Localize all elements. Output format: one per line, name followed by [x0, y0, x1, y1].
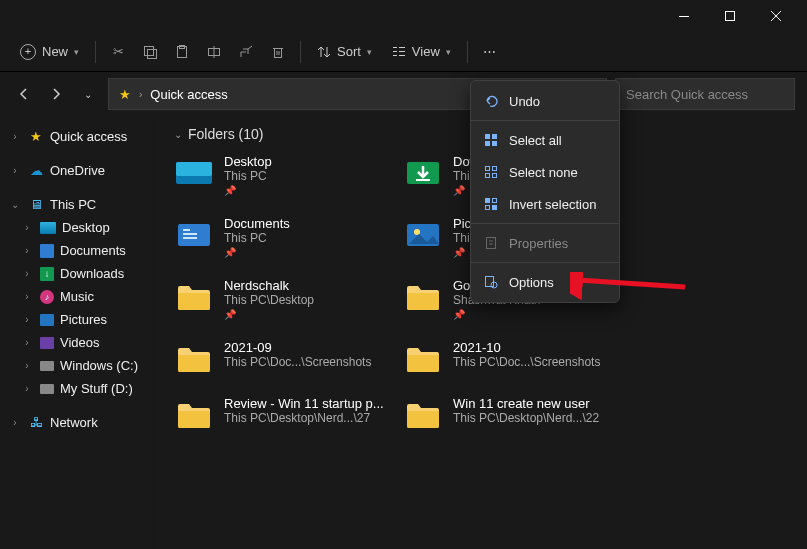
chevron-down-icon: ▾	[74, 47, 79, 57]
folder-path: This PC\Desktop\Nerd...\22	[453, 411, 628, 425]
new-button[interactable]: + New ▾	[12, 38, 87, 66]
view-icon	[392, 45, 406, 59]
sidebar-item-quick-access[interactable]: ›★Quick access	[0, 124, 159, 148]
music-icon: ♪	[40, 290, 54, 304]
share-icon[interactable]	[232, 38, 260, 66]
forward-button[interactable]	[44, 82, 68, 106]
sort-button[interactable]: Sort ▾	[309, 38, 380, 65]
star-icon: ★	[119, 87, 131, 102]
sidebar-label: This PC	[50, 197, 96, 212]
separator	[300, 41, 301, 63]
svg-rect-16	[393, 55, 397, 56]
minimize-button[interactable]	[661, 0, 707, 32]
menu-label: Select all	[509, 133, 562, 148]
menu-select-none[interactable]: Select none	[471, 156, 619, 188]
sidebar-label: Quick access	[50, 129, 127, 144]
svg-rect-0	[679, 16, 689, 17]
sidebar-item-mystuff-d[interactable]: ›My Stuff (D:)	[0, 377, 159, 400]
rename-icon[interactable]	[200, 38, 228, 66]
sidebar-label: Desktop	[62, 220, 110, 235]
sidebar-label: Windows (C:)	[60, 358, 138, 373]
cut-icon[interactable]: ✂	[104, 38, 132, 66]
folder-name: 2021-10	[453, 340, 628, 355]
search-input[interactable]: Search Quick access	[615, 78, 795, 110]
chevron-right-icon: ›	[20, 291, 34, 302]
folder-icon	[174, 216, 214, 252]
close-button[interactable]	[753, 0, 799, 32]
folder-name: Desktop	[224, 154, 399, 169]
sidebar-item-music[interactable]: ›♪Music	[0, 285, 159, 308]
svg-rect-31	[492, 134, 497, 139]
back-button[interactable]	[12, 82, 36, 106]
sort-label: Sort	[337, 44, 361, 59]
folder-item[interactable]: Win 11 create new userThis PC\Desktop\Ne…	[403, 396, 628, 432]
chevron-down-icon: ▾	[446, 47, 451, 57]
sort-icon	[317, 45, 331, 59]
recent-button[interactable]: ⌄	[76, 82, 100, 106]
location-text: Quick access	[150, 87, 227, 102]
svg-rect-41	[492, 205, 497, 210]
sidebar-label: Music	[60, 289, 94, 304]
chevron-right-icon: ›	[20, 245, 34, 256]
folder-path: This PC\Doc...\Screenshots	[453, 355, 628, 369]
chevron-right-icon: ›	[20, 360, 34, 371]
maximize-button[interactable]	[707, 0, 753, 32]
menu-undo[interactable]: Undo	[471, 85, 619, 117]
svg-rect-1	[726, 12, 735, 21]
copy-icon[interactable]	[136, 38, 164, 66]
folder-path: This PC	[224, 169, 399, 183]
more-button[interactable]: ⋯	[476, 38, 504, 66]
sidebar-item-network[interactable]: ›🖧Network	[0, 410, 159, 434]
star-icon: ★	[28, 128, 44, 144]
menu-invert-selection[interactable]: Invert selection	[471, 188, 619, 220]
folder-item[interactable]: 2021-10This PC\Doc...\Screenshots	[403, 340, 628, 376]
sidebar-item-onedrive[interactable]: ›☁OneDrive	[0, 158, 159, 182]
sidebar-label: My Stuff (D:)	[60, 381, 133, 396]
undo-icon	[483, 93, 499, 109]
sidebar-item-documents[interactable]: ›Documents	[0, 239, 159, 262]
view-label: View	[412, 44, 440, 59]
menu-divider	[471, 223, 619, 224]
menu-label: Properties	[509, 236, 568, 251]
svg-rect-26	[183, 233, 197, 235]
separator	[95, 41, 96, 63]
options-icon	[483, 274, 499, 290]
folder-item[interactable]: 2021-09This PC\Doc...\Screenshots	[174, 340, 399, 376]
chevron-right-icon: ›	[20, 383, 34, 394]
menu-divider	[471, 120, 619, 121]
folder-item[interactable]: Review - Win 11 startup p...This PC\Desk…	[174, 396, 399, 432]
paste-icon[interactable]	[168, 38, 196, 66]
chevron-right-icon: ›	[20, 222, 34, 233]
view-button[interactable]: View ▾	[384, 38, 459, 65]
folder-item[interactable]: DesktopThis PC📌	[174, 154, 399, 196]
sidebar-item-downloads[interactable]: ›↓Downloads	[0, 262, 159, 285]
folder-path: This PC\Desktop	[224, 293, 399, 307]
folder-path: This PC	[224, 231, 399, 245]
folder-name: Win 11 create new user	[453, 396, 628, 411]
sidebar-item-pictures[interactable]: ›Pictures	[0, 308, 159, 331]
svg-rect-37	[493, 174, 497, 178]
svg-rect-17	[399, 47, 405, 48]
sidebar-item-windows-c[interactable]: ›Windows (C:)	[0, 354, 159, 377]
menu-properties: Properties	[471, 227, 619, 259]
folder-icon	[174, 278, 214, 314]
folder-item[interactable]: NerdschalkThis PC\Desktop📌	[174, 278, 399, 320]
svg-rect-39	[493, 199, 497, 203]
delete-icon[interactable]	[264, 38, 292, 66]
sidebar-item-desktop[interactable]: ›Desktop	[0, 216, 159, 239]
drive-icon	[40, 384, 54, 394]
chevron-right-icon: ›	[8, 131, 22, 142]
menu-select-all[interactable]: Select all	[471, 124, 619, 156]
folder-name: Documents	[224, 216, 399, 231]
menu-label: Select none	[509, 165, 578, 180]
menu-label: Undo	[509, 94, 540, 109]
folder-icon	[174, 396, 214, 432]
folder-icon	[174, 340, 214, 376]
sidebar-item-videos[interactable]: ›Videos	[0, 331, 159, 354]
sidebar-item-this-pc[interactable]: ⌄🖥This PC	[0, 192, 159, 216]
folder-item[interactable]: DocumentsThis PC📌	[174, 216, 399, 258]
annotation-arrow	[570, 272, 690, 302]
svg-rect-34	[486, 167, 490, 171]
cloud-icon: ☁	[28, 162, 44, 178]
folder-icon	[403, 340, 443, 376]
